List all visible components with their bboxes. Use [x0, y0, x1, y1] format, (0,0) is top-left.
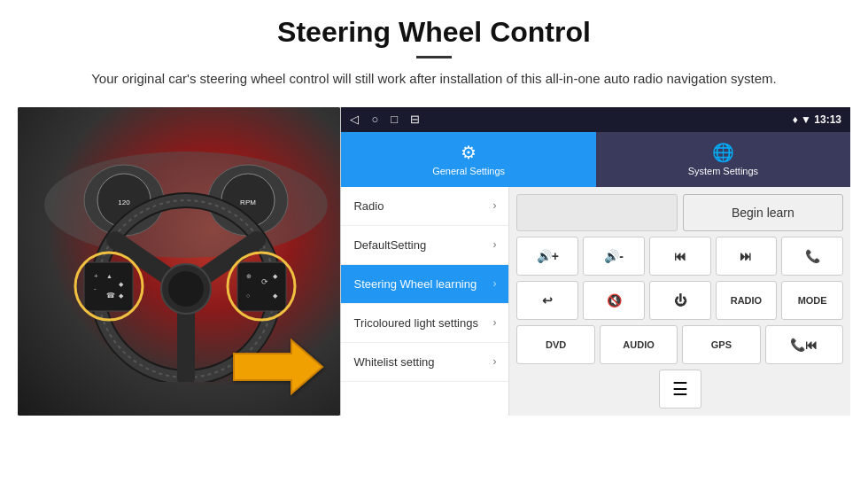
page-header: Steering Wheel Control Your original car… [0, 0, 868, 98]
menu-icon: ⊟ [410, 113, 420, 126]
general-settings-icon: ⚙ [461, 142, 477, 163]
tab-system-label: System Settings [688, 166, 758, 176]
svg-text:⟳: ⟳ [261, 277, 268, 286]
tab-system[interactable]: 🌐 System Settings [596, 132, 850, 187]
svg-text:+: + [94, 272, 98, 280]
menu-item-steering-label: Steering Wheel learning [353, 277, 477, 291]
vol-up-icon: 🔊+ [537, 249, 559, 263]
main-content: 120 RPM + - ▲ [0, 98, 868, 424]
chevron-icon-steering: › [492, 277, 496, 290]
mode-button[interactable]: MODE [781, 281, 843, 320]
svg-point-14 [168, 271, 204, 307]
controls-row-3: DVD AUDIO GPS 📞⏮ [516, 325, 843, 364]
call-icon: 📞 [805, 249, 820, 263]
menu-item-whitelist[interactable]: Whitelist setting › [341, 343, 508, 382]
content-area: Radio › DefaultSetting › Steering Wheel … [341, 187, 850, 416]
radio-label: RADIO [731, 295, 762, 306]
menu-item-radio[interactable]: Radio › [341, 187, 508, 226]
return-icon: ↩ [542, 293, 553, 307]
svg-text:▲: ▲ [106, 273, 112, 279]
svg-text:○: ○ [246, 292, 250, 299]
page-title: Steering Wheel Control [53, 16, 815, 49]
chevron-icon-default: › [492, 238, 496, 251]
arrow-svg [225, 331, 331, 402]
android-ui: ◁ ○ □ ⊟ ♦ ▼ 13:13 ⚙ General Settings 🌐 S… [340, 107, 850, 416]
menu-item-tricoloured-label: Tricoloured light settings [353, 316, 477, 330]
menu-item-tricoloured[interactable]: Tricoloured light settings › [341, 304, 508, 343]
chevron-icon-tricoloured: › [492, 316, 496, 329]
gps-button[interactable]: GPS [682, 325, 760, 364]
menu-item-default-label: DefaultSetting [353, 238, 426, 252]
dvd-button[interactable]: DVD [516, 325, 594, 364]
status-time: ♦ ▼ 13:13 [793, 113, 841, 126]
svg-text:☎: ☎ [106, 292, 115, 300]
right-panel: Begin learn 🔊+ 🔊- ⏮ [509, 187, 850, 416]
tel-prev-icon: 📞⏮ [790, 338, 818, 352]
svg-rect-15 [84, 262, 133, 311]
mute-button[interactable]: 🔇 [583, 281, 645, 320]
bottom-icon-row: ☰ [516, 370, 843, 409]
call-button[interactable]: 📞 [781, 237, 843, 276]
tab-bar: ⚙ General Settings 🌐 System Settings [341, 132, 850, 187]
status-bar: ◁ ○ □ ⊟ ♦ ▼ 13:13 [341, 107, 850, 132]
controls-row-1: 🔊+ 🔊- ⏮ ⏭ 📞 [516, 237, 843, 276]
learn-spacer [516, 194, 677, 231]
list-icon: ☰ [672, 378, 688, 400]
svg-text:120: 120 [118, 198, 130, 206]
power-button[interactable]: ⏻ [649, 281, 711, 320]
status-bar-left: ◁ ○ □ ⊟ [350, 113, 420, 126]
home-icon: ○ [371, 113, 378, 126]
audio-button[interactable]: AUDIO [600, 325, 678, 364]
menu-item-default[interactable]: DefaultSetting › [341, 226, 508, 265]
chevron-icon-radio: › [492, 199, 496, 212]
car-image-area: 120 RPM + - ▲ [18, 107, 340, 416]
title-divider [416, 56, 452, 58]
tab-general-label: General Settings [432, 166, 505, 176]
prev-track-button[interactable]: ⏮ [649, 237, 711, 276]
vol-up-button[interactable]: 🔊+ [516, 237, 578, 276]
audio-label: AUDIO [623, 339, 654, 350]
prev-track-icon: ⏮ [674, 249, 686, 263]
system-settings-icon: 🌐 [712, 142, 734, 163]
page-subtitle: Your original car's steering wheel contr… [71, 69, 797, 89]
gps-label: GPS [711, 339, 732, 350]
car-image-bg: 120 RPM + - ▲ [18, 107, 340, 416]
menu-item-steering[interactable]: Steering Wheel learning › [341, 265, 508, 304]
dvd-label: DVD [546, 339, 566, 350]
next-track-button[interactable]: ⏭ [716, 237, 778, 276]
tab-general[interactable]: ⚙ General Settings [341, 132, 595, 187]
next-track-icon: ⏭ [740, 249, 752, 263]
controls-row-2: ↩ 🔇 ⏻ RADIO MODE [516, 281, 843, 320]
vol-down-button[interactable]: 🔊- [583, 237, 645, 276]
recents-icon: □ [391, 113, 398, 126]
radio-button[interactable]: RADIO [716, 281, 778, 320]
mode-label: MODE [798, 295, 827, 306]
svg-text:⊕: ⊕ [246, 273, 252, 279]
power-icon: ⏻ [674, 293, 686, 307]
svg-text:-: - [94, 284, 97, 292]
begin-learn-button[interactable]: Begin learn [683, 194, 843, 231]
chevron-icon-whitelist: › [492, 355, 496, 368]
return-button[interactable]: ↩ [516, 281, 578, 320]
left-menu: Radio › DefaultSetting › Steering Wheel … [341, 187, 509, 416]
tel-prev-button[interactable]: 📞⏮ [765, 325, 843, 364]
back-icon: ◁ [350, 113, 359, 126]
svg-rect-22 [237, 262, 286, 311]
list-icon-button[interactable]: ☰ [659, 370, 701, 409]
begin-learn-row: Begin learn [516, 194, 843, 231]
page-wrapper: Steering Wheel Control Your original car… [0, 0, 868, 424]
mute-icon: 🔇 [607, 293, 622, 307]
menu-item-whitelist-label: Whitelist setting [353, 355, 434, 369]
menu-item-radio-label: Radio [353, 199, 384, 213]
vol-down-icon: 🔊- [604, 249, 624, 263]
svg-text:RPM: RPM [240, 198, 256, 206]
